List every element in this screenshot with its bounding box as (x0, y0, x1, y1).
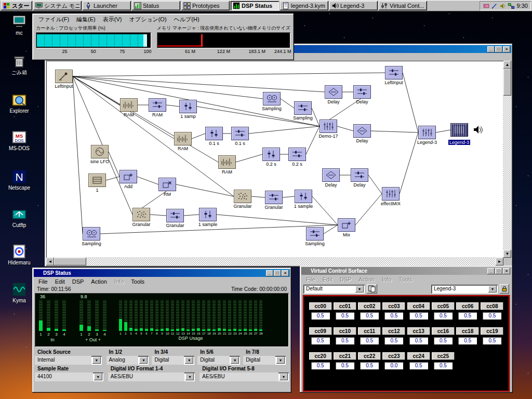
node-ram[interactable]: RAM (213, 155, 241, 175)
cc-value-field[interactable]: 0.5 (434, 362, 453, 369)
cc-value-field[interactable]: 0.5 (434, 312, 453, 320)
desktop-icon-mc[interactable]: mc (4, 15, 34, 36)
cc-label-button[interactable]: cc09 (309, 327, 332, 335)
node-granular[interactable]: Granular (127, 208, 155, 227)
cc-label-button[interactable]: cc02 (358, 302, 381, 310)
node-sampling[interactable]: Sampling (77, 227, 105, 246)
node-sampling[interactable]: Sampling (301, 227, 329, 246)
cc-label-button[interactable]: cc13 (407, 327, 430, 335)
cc-label-button[interactable]: cc04 (407, 302, 430, 310)
dio58-select[interactable]: AES/EBU▼ (200, 373, 289, 381)
menu-item-info[interactable]: Info (378, 276, 395, 283)
cc-label-button[interactable]: cc19 (481, 327, 503, 335)
cc-label-button[interactable]: cc00 (309, 302, 332, 310)
menu-item-edit[interactable]: Edit (51, 278, 69, 285)
scroll-left-button[interactable]: ◄ (46, 258, 54, 265)
cc-value-field[interactable]: 0.5 (409, 362, 428, 369)
cc-label-button[interactable]: cc20 (309, 352, 332, 360)
cc-label-button[interactable]: cc24 (407, 352, 430, 360)
node-granular[interactable]: Granular (229, 190, 257, 209)
cc-value-field[interactable]: 0.5 (409, 312, 428, 320)
preset-select[interactable]: Default▼ (303, 285, 365, 294)
menu-item-tools[interactable]: Tools (395, 276, 416, 283)
minimize-button[interactable]: _ (266, 270, 273, 276)
sample-rate-select[interactable]: 44100▼ (35, 373, 103, 381)
dsp-status-titlebar[interactable]: DSP Status _ □ × (34, 269, 290, 277)
node-demo-17[interactable]: Demo-17 (314, 119, 342, 139)
vertical-scrollbar[interactable]: ▲ ▼ (503, 61, 511, 258)
cc-label-button[interactable]: cc12 (382, 327, 405, 335)
menu-item--f-[interactable]: ファイル(F) (35, 15, 73, 24)
sound-select[interactable]: Legend-3▼ (431, 285, 498, 294)
menu-item-info[interactable]: Info (111, 278, 127, 285)
cc-value-field[interactable]: 0.5 (384, 312, 403, 320)
node-legend-3[interactable]: Legend-3 (413, 126, 441, 145)
node-granular[interactable]: Granular (161, 209, 189, 228)
node-ram[interactable]: RAM (169, 132, 197, 151)
cc-label-button[interactable]: cc10 (334, 327, 356, 335)
cc-label-button[interactable]: cc23 (382, 352, 405, 360)
node-leftinput[interactable]: LeftInput (380, 66, 408, 85)
vcs-titlebar[interactable]: Virtual Control Surface _ □ × (301, 267, 511, 275)
minimize-button[interactable]: _ (487, 268, 495, 274)
node-0-2-s[interactable]: 0.2 s (257, 148, 285, 167)
close-button[interactable]: × (282, 270, 289, 276)
minimize-button[interactable]: _ (487, 46, 495, 52)
menu-item-edit[interactable]: Edit (319, 276, 336, 283)
taskbar-button-legend-3-kym[interactable]: legend-3.kym (280, 1, 328, 10)
maximize-button[interactable]: □ (495, 46, 502, 52)
menu-item-dsp[interactable]: DSP (336, 276, 355, 283)
node-ram[interactable]: RAM (143, 98, 171, 117)
vertical-scroll-thumb[interactable] (503, 69, 511, 96)
cc-label-button[interactable]: cc01 (334, 302, 356, 310)
menu-item-action[interactable]: Action (87, 278, 111, 285)
cc-value-field[interactable]: 0.5 (434, 337, 453, 344)
cc-label-button[interactable]: cc05 (432, 302, 455, 310)
menu-item--e-[interactable]: 編集(E) (73, 15, 99, 24)
clock-source-select[interactable]: Internal▼ (35, 356, 102, 365)
maximize-button[interactable]: □ (495, 268, 502, 274)
cc-label-button[interactable]: cc08 (481, 302, 503, 310)
node-0-1-s[interactable]: 0.1 s (226, 127, 254, 146)
cc-value-field[interactable]: 0.5 (360, 362, 379, 369)
desktop-icon-cutftp[interactable]: Cutftp (4, 207, 34, 228)
menu-item--o-[interactable]: オプション(O) (125, 15, 170, 24)
close-button[interactable]: × (503, 46, 510, 52)
volume-icon[interactable] (499, 3, 507, 9)
node-delay[interactable]: Delay (345, 168, 374, 188)
menu-item--h-[interactable]: ヘルプ(H) (170, 15, 203, 24)
node-sampling[interactable]: Sampling (258, 92, 286, 111)
node-ram[interactable]: RAM (115, 98, 143, 117)
node-rm[interactable]: RM (153, 178, 181, 197)
menu-item-tools[interactable]: Tools (127, 278, 148, 285)
cc-label-button[interactable]: cc22 (358, 352, 381, 360)
node-delay[interactable]: Delay (317, 168, 345, 188)
in56-select[interactable]: Digital▼ (197, 356, 240, 365)
cc-value-field[interactable]: 0.5 (360, 312, 379, 320)
cc-value-field[interactable]: 0.5 (311, 337, 330, 344)
menu-item-file[interactable]: File (35, 278, 51, 285)
cc-value-field[interactable]: 0.5 (458, 337, 477, 344)
taskbar-button-virtual-cont-[interactable]: Virtual Cont... (379, 1, 427, 10)
node-0-2-s[interactable]: 0.2 s (283, 148, 311, 167)
cc-value-field[interactable]: 0.0 (384, 362, 403, 369)
desktop-icon-hidemaru[interactable]: Hidemaru (4, 244, 34, 265)
cc-value-field[interactable]: 0.5 (483, 337, 501, 344)
close-button[interactable]: × (503, 268, 510, 274)
cc-label-button[interactable]: cc11 (358, 327, 381, 335)
lock-button[interactable] (500, 284, 509, 294)
in12-select[interactable]: Analog▼ (107, 356, 149, 365)
in34-select[interactable]: Digital▼ (152, 356, 194, 365)
desktop-icon-explorer[interactable]: Explorer (4, 92, 34, 114)
network-icon[interactable] (508, 3, 515, 9)
menu-item-dsp[interactable]: DSP (69, 278, 88, 285)
node-1[interactable]: 1 (83, 174, 111, 193)
resize-corner[interactable] (503, 258, 511, 265)
taskbar-button-prototypes[interactable]: Prototypes (181, 1, 230, 10)
node-0-1-s[interactable]: 0.1 s (200, 127, 228, 146)
node-sampling[interactable]: Sampling (289, 101, 317, 121)
node-legend-3[interactable]: Legend-3 (445, 123, 473, 146)
cc-value-field[interactable]: 0.5 (360, 337, 379, 344)
cc-label-button[interactable]: cc18 (456, 327, 479, 335)
desktop-icon-ms-dos[interactable]: MSDOSMS-DOS (4, 130, 34, 151)
